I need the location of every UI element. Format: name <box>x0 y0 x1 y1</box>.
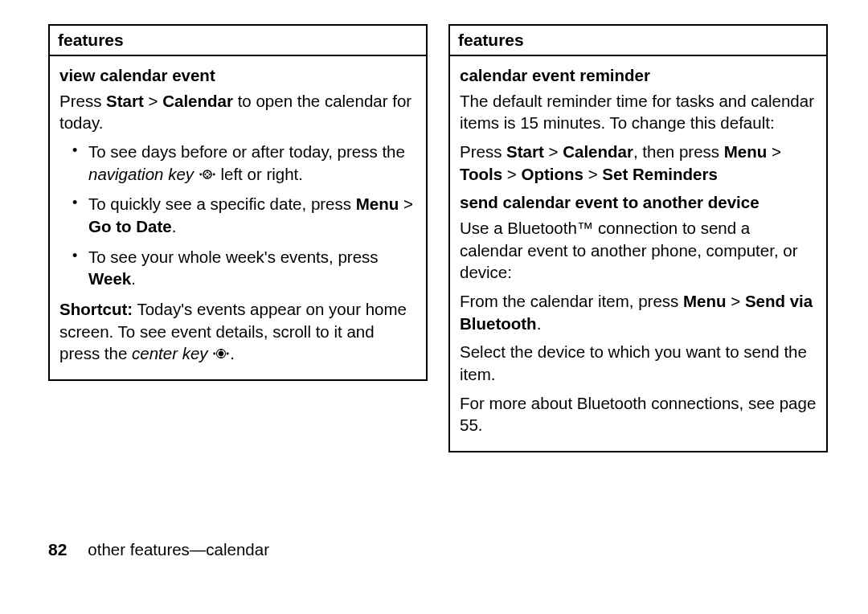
section-title: view calendar event <box>59 64 416 87</box>
text: Press <box>59 92 106 110</box>
text: > <box>399 194 413 213</box>
text: > <box>144 92 162 110</box>
navigation-key-icon <box>199 168 216 181</box>
text: > <box>767 142 781 161</box>
text: > <box>583 165 602 183</box>
text: . <box>172 217 177 235</box>
text: To see your whole week's events, press <box>88 248 379 266</box>
page-footer: 82 other features—calendar <box>0 530 868 575</box>
key-label: Menu <box>356 194 399 213</box>
bullet-list: To see days before or after today, press… <box>59 141 416 290</box>
key-label: Tools <box>460 165 502 183</box>
key-label: Calendar <box>162 92 233 110</box>
text: . <box>131 269 136 288</box>
paragraph: Use a Bluetooth™ connection to send a ca… <box>460 217 817 284</box>
svg-point-1 <box>213 173 215 175</box>
shortcut-label: Shortcut: <box>59 300 133 318</box>
paragraph: The default reminder time for tasks and … <box>460 90 817 134</box>
list-item: To quickly see a specific date, press Me… <box>88 193 416 237</box>
features-table-right: features calendar event reminder The def… <box>448 24 828 452</box>
paragraph: Select the device to which you want to s… <box>460 341 817 385</box>
key-name: navigation key <box>88 165 194 183</box>
table-body: view calendar event Press Start > Calend… <box>50 56 426 379</box>
center-key-icon <box>212 347 230 360</box>
page-number: 82 <box>48 540 67 559</box>
section-title: calendar event reminder <box>460 64 817 87</box>
key-label: Options <box>522 165 583 183</box>
table-body: calendar event reminder The default remi… <box>450 56 826 451</box>
key-label: Calendar <box>563 142 633 161</box>
text: To see days before or after today, press… <box>88 142 405 161</box>
svg-point-3 <box>214 353 216 355</box>
key-label: Go to Date <box>88 217 172 235</box>
text: From the calendar item, press <box>460 292 683 310</box>
list-item: To see your whole week's events, press W… <box>88 246 416 290</box>
svg-point-0 <box>199 173 202 175</box>
key-label: Start <box>106 92 144 110</box>
text: . <box>230 344 235 362</box>
key-label: Start <box>506 142 544 161</box>
svg-point-6 <box>219 351 223 356</box>
right-column: features calendar event reminder The def… <box>448 24 825 514</box>
table-header: features <box>50 26 426 56</box>
svg-point-4 <box>227 353 229 355</box>
key-name: center key <box>132 344 208 362</box>
paragraph: Press Start > Calendar, then press Menu … <box>460 141 817 185</box>
key-label: Menu <box>724 142 768 161</box>
paragraph: From the calendar item, press Menu > Sen… <box>460 290 817 334</box>
footer-section: other features—calendar <box>88 540 269 559</box>
text: > <box>544 142 563 161</box>
text: , then press <box>633 142 724 161</box>
text: To quickly see a specific date, press <box>88 194 356 213</box>
text: Press <box>460 142 506 161</box>
list-item: To see days before or after today, press… <box>88 141 416 185</box>
left-column: features view calendar event Press Start… <box>48 24 424 514</box>
text: > <box>502 165 521 183</box>
key-label: Menu <box>683 292 727 310</box>
features-table-left: features view calendar event Press Start… <box>48 24 428 381</box>
key-label: Week <box>88 269 131 288</box>
table-header: features <box>450 26 826 56</box>
paragraph: Press Start > Calendar to open the calen… <box>59 90 416 134</box>
section-title: send calendar event to another device <box>460 191 817 214</box>
text: > <box>727 292 745 310</box>
text: . <box>537 314 542 333</box>
paragraph: For more about Bluetooth connections, se… <box>460 392 817 436</box>
shortcut-paragraph: Shortcut: Today's events appear on your … <box>59 298 416 365</box>
key-label: Set Reminders <box>602 165 718 183</box>
text: left or right. <box>220 165 303 183</box>
